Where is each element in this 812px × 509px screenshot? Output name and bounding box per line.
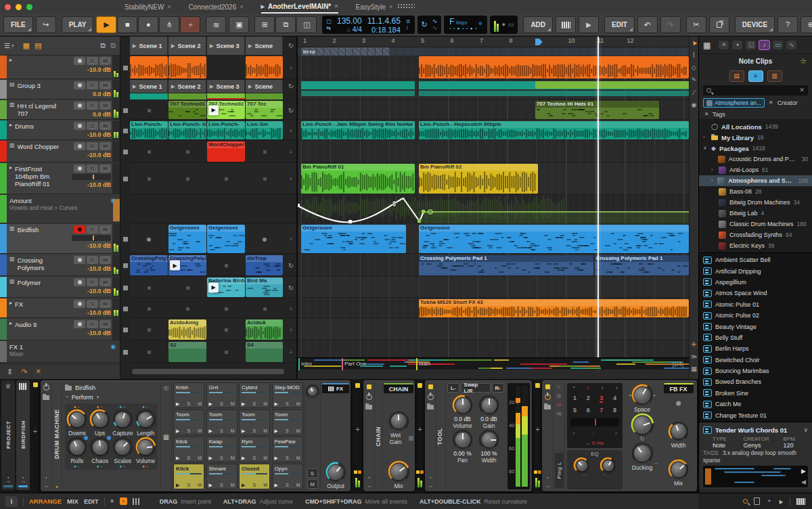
group-strip[interactable] (207, 98, 245, 99)
track-row-polymer[interactable]: ▥PolymerSM-10.0 dB (0, 277, 120, 298)
project-folder-icon[interactable]: ▭ (508, 22, 514, 28)
favorite-star-icon[interactable]: ☆ (800, 58, 807, 65)
package-chevron-icon[interactable]: › (711, 178, 714, 183)
source-button-6[interactable]: ∿ (786, 40, 797, 50)
filter-button-2[interactable]: ≡ (748, 70, 763, 82)
pad-mute[interactable]: M (231, 401, 235, 406)
pad-solo[interactable]: S (252, 401, 256, 406)
keyboard-preview-icon[interactable] (796, 498, 805, 505)
time-number-4[interactable]: 4 (613, 395, 616, 403)
arranger-clip[interactable]: Geigeroove (301, 225, 406, 253)
track-fader[interactable] (72, 235, 111, 241)
tempo-value[interactable]: 135.00 (337, 16, 362, 26)
device-power-button[interactable] (545, 394, 551, 400)
pad-slider[interactable] (209, 473, 235, 474)
section-label[interactable]: Part One (344, 361, 366, 367)
delay-slider[interactable] (570, 418, 619, 426)
solo-button[interactable]: S (87, 225, 98, 234)
play-menu-button[interactable]: PLAY (62, 16, 94, 33)
mute-button[interactable]: M (99, 256, 111, 264)
arranger-clip[interactable] (419, 56, 689, 79)
clear-icon[interactable]: ✕ (35, 368, 41, 375)
insert-device-button[interactable]: ⊕ (800, 16, 812, 33)
mode-mix[interactable]: MIX (67, 497, 78, 505)
package-item[interactable]: ›Atmospheres and Soundscapes106 (699, 175, 812, 186)
solo-button[interactable]: S (87, 164, 98, 173)
window-close-button[interactable] (5, 4, 11, 10)
pad-play-icon[interactable]: ▶ (176, 428, 179, 433)
track-volume[interactable]: -10.0 dB (87, 66, 111, 73)
result-item[interactable]: Belly Stuff (699, 332, 812, 343)
clip-preview[interactable]: ▶◀ (703, 466, 808, 487)
clock-icon[interactable]: ◔ (572, 385, 575, 391)
launcher-clip[interactable] (130, 56, 168, 79)
empty-clip-slot[interactable] (207, 319, 245, 341)
tree-item-packages[interactable]: ∨◆Packages1418 (699, 143, 812, 154)
window-minimize-button[interactable] (16, 4, 22, 10)
solo-button[interactable]: S (87, 300, 98, 308)
automation-indicator-icon[interactable]: ◉ (110, 344, 116, 350)
tag[interactable]: 3.x (721, 449, 732, 456)
device-preset-folder-icon[interactable] (544, 405, 551, 410)
note-red-icon[interactable]: ♪ (587, 385, 589, 391)
device-preset-folder-icon[interactable] (43, 395, 49, 400)
metronome-button[interactable]: ▣ (229, 16, 249, 33)
pad-klick[interactable]: Klick▶SM (173, 464, 204, 489)
pad-solo[interactable]: S (252, 456, 256, 460)
track-row-audio-9[interactable]: ▸Audio 9SM-10.0 dB (0, 319, 120, 340)
arranger-clip[interactable]: Crossing Polymeric Pad 1 (595, 255, 689, 275)
pad-klick[interactable]: Klick▶SM (173, 437, 204, 462)
time-number-3[interactable]: 3 (600, 395, 603, 403)
main-knob[interactable] (305, 384, 320, 399)
mute-button[interactable]: M (99, 81, 111, 89)
result-item[interactable]: Broken Sine (699, 388, 812, 399)
row-options-icon[interactable]: ≡ (286, 298, 296, 319)
scene-header-4[interactable]: ▶Scene (246, 80, 283, 93)
launcher-clip[interactable]: CrossingPoly1 (130, 255, 168, 275)
track-color-strip[interactable] (0, 56, 7, 79)
zoom-tool-icon[interactable]: ◉ (692, 102, 697, 108)
device-tab-project[interactable]: ♕PROJECT●⊸ (1, 380, 15, 490)
source-button-1[interactable]: ✳ (718, 40, 729, 50)
track-row-fx-1[interactable]: FX 1Mixer◉ (0, 341, 120, 363)
row-refresh-icon[interactable]: ↻ (286, 100, 296, 120)
punch-in-button[interactable]: ⊞ (254, 16, 275, 33)
mute-button[interactable]: M (99, 57, 111, 65)
scene-play-icon[interactable]: ▶ (248, 84, 252, 89)
time-number-1[interactable]: 1 (573, 395, 577, 403)
track-row-drums[interactable]: ▸DrumsSM-10.0 dB (0, 120, 120, 140)
mute-button[interactable]: M (99, 320, 111, 328)
track-color-strip[interactable] (0, 224, 7, 253)
row-refresh-icon[interactable]: ↻ (286, 277, 296, 298)
mixer-sliders-icon[interactable] (133, 498, 139, 505)
pad-play-icon[interactable]: ▶ (275, 456, 278, 460)
mute-button[interactable]: M (99, 102, 111, 110)
tool-button-r[interactable]: R- (492, 383, 504, 393)
empty-clip-slot[interactable] (168, 163, 206, 195)
creator-chip[interactable]: Creator (777, 99, 798, 106)
pad-mute[interactable]: M (296, 483, 300, 487)
scene-play-icon[interactable]: ▶ (171, 43, 175, 48)
delay-mode-4-icon[interactable]: % (556, 412, 561, 417)
pad-slider[interactable] (242, 419, 267, 420)
pad-solo[interactable]: S (252, 483, 256, 487)
clip-stop-cell[interactable] (120, 319, 130, 341)
package-item[interactable]: Bass-0828 (699, 186, 812, 197)
master-record-icon[interactable]: ● (501, 22, 505, 28)
note-icon-2[interactable]: ♪ (601, 385, 604, 391)
arranger-clip[interactable]: Bm PianoRiff 01 (301, 164, 415, 194)
launcher-view-icon[interactable]: ▦ (22, 42, 29, 49)
clip-stop-cell[interactable] (120, 141, 130, 163)
pad-slider[interactable] (209, 392, 235, 393)
launcher-clip[interactable]: Geigeroove (207, 225, 245, 253)
pad-mute[interactable]: M (263, 401, 267, 406)
tag[interactable]: sparse (703, 457, 721, 464)
arranger-clip[interactable]: Geigeroove (419, 225, 689, 253)
mute-button[interactable]: M (99, 164, 111, 173)
track-color-strip[interactable] (0, 319, 7, 340)
solo-button[interactable]: S (87, 142, 98, 150)
clear-search-icon[interactable]: ✕ (799, 87, 805, 93)
follow-playhead-button[interactable]: ▶ (579, 16, 599, 33)
package-item[interactable]: Classic Drum Machines180 (699, 219, 812, 229)
tab-close-icon[interactable]: × (240, 3, 243, 10)
